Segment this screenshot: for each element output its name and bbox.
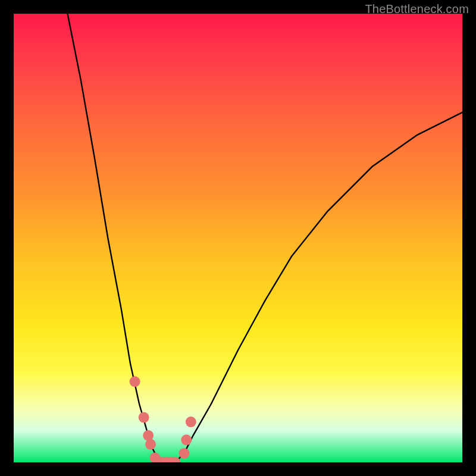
marker-point xyxy=(130,376,140,387)
marker-point xyxy=(139,412,149,423)
marker-point xyxy=(186,416,196,427)
chart-svg xyxy=(14,14,462,462)
marker-point xyxy=(143,430,154,441)
chart-area xyxy=(14,14,462,462)
marker-point xyxy=(179,448,190,459)
highlighted-points xyxy=(130,376,196,462)
watermark-text: TheBottleneck.com xyxy=(365,2,469,16)
marker-point xyxy=(181,434,192,445)
bottleneck-curve xyxy=(68,14,463,462)
marker-point xyxy=(145,439,156,450)
